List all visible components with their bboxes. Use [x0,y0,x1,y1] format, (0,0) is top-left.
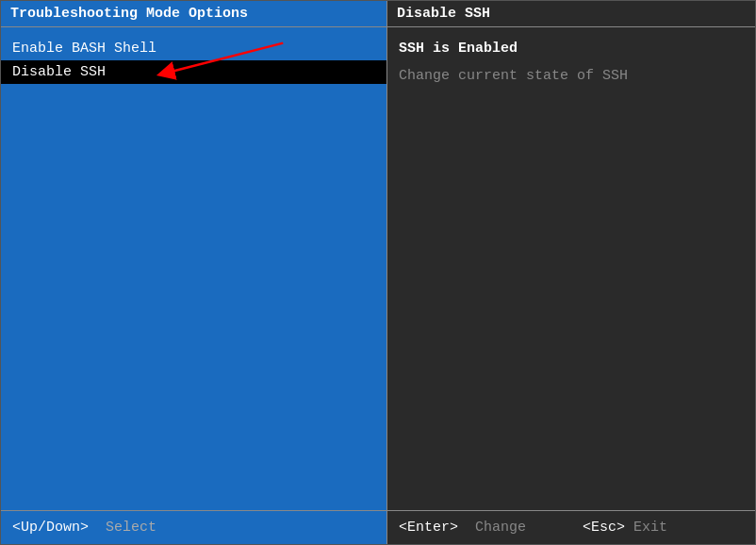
right-panel-title: Disable SSH [397,6,490,22]
left-panel-title: Troubleshooting Mode Options [10,6,248,22]
header-row: Troubleshooting Mode Options Disable SSH [1,1,755,27]
detail-description: Change current state of SSH [399,68,744,84]
left-panel-header: Troubleshooting Mode Options [1,1,387,26]
left-panel: Enable BASH Shell Disable SSH [1,27,387,510]
footer-exit-label: Exit [633,520,667,536]
menu-item-enable-bash[interactable]: Enable BASH Shell [1,37,386,60]
footer-enter-key: <Enter> [399,520,458,536]
detail-status: SSH is Enabled [399,41,744,57]
footer-row: <Up/Down> Select <Enter> Change <Esc> Ex… [1,510,755,544]
menu-item-enable-bash-label: Enable BASH Shell [12,41,156,57]
footer-change-label: Change [475,520,526,536]
footer-updown-key-text: <Up/Down> [12,520,89,536]
footer-updown-key: <Up/Down> Select [12,520,156,536]
footer-esc-key: <Esc> [583,520,625,536]
footer-left: <Up/Down> Select [1,511,387,544]
screen: Troubleshooting Mode Options Disable SSH… [0,0,756,545]
footer-right: <Enter> Change <Esc> Exit [387,511,755,544]
footer-enter-group: <Enter> Change [399,520,526,536]
main-row: Enable BASH Shell Disable SSH SSH is Ena… [1,27,755,510]
right-panel-header: Disable SSH [387,1,755,26]
menu-item-disable-ssh-label: Disable SSH [12,64,106,80]
footer-select-label: Select [106,520,156,536]
right-panel: SSH is Enabled Change current state of S… [387,27,755,510]
arrow-annotation [1,27,386,510]
footer-esc-group: <Esc> Exit [583,520,667,536]
menu-item-disable-ssh[interactable]: Disable SSH [1,60,386,84]
